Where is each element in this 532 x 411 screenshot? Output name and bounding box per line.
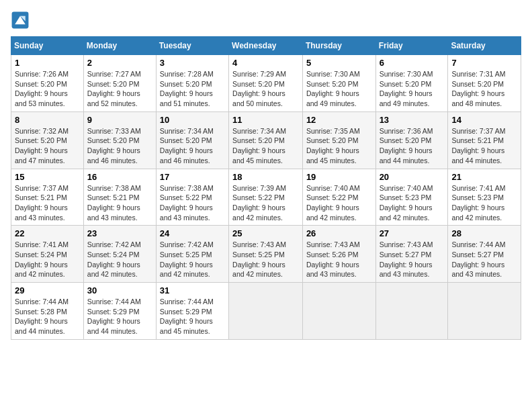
day-number: 1	[15, 58, 80, 68]
calendar-day-cell: 11Sunrise: 7:34 AMSunset: 5:20 PMDayligh…	[229, 111, 303, 169]
calendar-day-cell: 6Sunrise: 7:30 AMSunset: 5:20 PMDaylight…	[375, 55, 448, 112]
day-number: 4	[232, 58, 299, 68]
day-info: Sunrise: 7:26 AMSunset: 5:20 PMDaylight:…	[15, 69, 80, 109]
calendar-week-row: 29Sunrise: 7:44 AMSunset: 5:28 PMDayligh…	[11, 283, 521, 340]
day-number: 23	[87, 228, 152, 238]
day-info: Sunrise: 7:44 AMSunset: 5:28 PMDaylight:…	[15, 297, 80, 336]
logo	[11, 11, 32, 30]
day-number: 26	[306, 228, 372, 238]
day-number: 28	[451, 228, 517, 238]
calendar-day-cell: 15Sunrise: 7:37 AMSunset: 5:21 PMDayligh…	[11, 169, 84, 226]
day-number: 10	[160, 115, 225, 125]
day-info: Sunrise: 7:30 AMSunset: 5:20 PMDaylight:…	[380, 69, 445, 109]
day-number: 18	[232, 172, 299, 182]
calendar-day-cell: 13Sunrise: 7:36 AMSunset: 5:20 PMDayligh…	[375, 111, 448, 169]
day-number: 24	[160, 228, 225, 238]
calendar-day-cell: 28Sunrise: 7:44 AMSunset: 5:27 PMDayligh…	[448, 226, 521, 283]
calendar-day-cell: 23Sunrise: 7:42 AMSunset: 5:24 PMDayligh…	[83, 226, 156, 283]
day-info: Sunrise: 7:30 AMSunset: 5:20 PMDaylight:…	[306, 69, 372, 109]
day-info: Sunrise: 7:38 AMSunset: 5:21 PMDaylight:…	[87, 183, 152, 223]
calendar-day-cell: 1Sunrise: 7:26 AMSunset: 5:20 PMDaylight…	[11, 55, 84, 112]
calendar-day-cell: 7Sunrise: 7:31 AMSunset: 5:20 PMDaylight…	[448, 55, 521, 112]
calendar-day-cell: 4Sunrise: 7:29 AMSunset: 5:20 PMDaylight…	[229, 55, 303, 112]
weekday-header-cell: Tuesday	[156, 37, 228, 55]
weekday-header-cell: Wednesday	[229, 37, 303, 55]
day-info: Sunrise: 7:34 AMSunset: 5:20 PMDaylight:…	[232, 126, 299, 166]
calendar-day-cell: 26Sunrise: 7:43 AMSunset: 5:26 PMDayligh…	[302, 226, 375, 283]
calendar-day-cell: 3Sunrise: 7:28 AMSunset: 5:20 PMDaylight…	[156, 55, 228, 112]
day-info: Sunrise: 7:33 AMSunset: 5:20 PMDaylight:…	[87, 126, 152, 166]
calendar-day-cell: 14Sunrise: 7:37 AMSunset: 5:21 PMDayligh…	[448, 111, 521, 169]
day-info: Sunrise: 7:42 AMSunset: 5:24 PMDaylight:…	[87, 240, 152, 279]
day-number: 3	[160, 58, 225, 68]
calendar-day-cell: 21Sunrise: 7:41 AMSunset: 5:23 PMDayligh…	[448, 169, 521, 226]
day-number: 9	[87, 115, 152, 125]
weekday-header-cell: Monday	[83, 37, 156, 55]
day-info: Sunrise: 7:40 AMSunset: 5:22 PMDaylight:…	[306, 183, 372, 223]
day-info: Sunrise: 7:29 AMSunset: 5:20 PMDaylight:…	[232, 69, 299, 109]
calendar-day-cell: 18Sunrise: 7:39 AMSunset: 5:22 PMDayligh…	[229, 169, 303, 226]
calendar-day-cell: 19Sunrise: 7:40 AMSunset: 5:22 PMDayligh…	[302, 169, 375, 226]
day-info: Sunrise: 7:34 AMSunset: 5:20 PMDaylight:…	[160, 126, 225, 166]
day-number: 12	[306, 115, 372, 125]
day-info: Sunrise: 7:37 AMSunset: 5:21 PMDaylight:…	[451, 126, 517, 166]
calendar-week-row: 1Sunrise: 7:26 AMSunset: 5:20 PMDaylight…	[11, 55, 521, 112]
calendar-day-cell: 16Sunrise: 7:38 AMSunset: 5:21 PMDayligh…	[83, 169, 156, 226]
day-info: Sunrise: 7:44 AMSunset: 5:29 PMDaylight:…	[160, 297, 225, 336]
day-number: 17	[160, 172, 225, 182]
day-info: Sunrise: 7:32 AMSunset: 5:20 PMDaylight:…	[15, 126, 80, 166]
day-number: 20	[380, 172, 445, 182]
day-number: 29	[15, 285, 80, 295]
day-number: 5	[306, 58, 372, 68]
calendar-day-cell: 29Sunrise: 7:44 AMSunset: 5:28 PMDayligh…	[11, 283, 84, 340]
day-info: Sunrise: 7:36 AMSunset: 5:20 PMDaylight:…	[380, 126, 445, 166]
day-number: 21	[451, 172, 517, 182]
calendar-week-row: 22Sunrise: 7:41 AMSunset: 5:24 PMDayligh…	[11, 226, 521, 283]
day-info: Sunrise: 7:42 AMSunset: 5:25 PMDaylight:…	[160, 240, 225, 279]
day-number: 25	[232, 228, 299, 238]
day-info: Sunrise: 7:39 AMSunset: 5:22 PMDaylight:…	[232, 183, 299, 223]
day-number: 22	[15, 228, 80, 238]
calendar-day-cell: 9Sunrise: 7:33 AMSunset: 5:20 PMDaylight…	[83, 111, 156, 169]
calendar-day-cell: 20Sunrise: 7:40 AMSunset: 5:23 PMDayligh…	[375, 169, 448, 226]
calendar-day-cell	[302, 283, 375, 340]
day-number: 27	[380, 228, 445, 238]
day-number: 19	[306, 172, 372, 182]
day-info: Sunrise: 7:38 AMSunset: 5:22 PMDaylight:…	[160, 183, 225, 223]
calendar-day-cell: 8Sunrise: 7:32 AMSunset: 5:20 PMDaylight…	[11, 111, 84, 169]
day-info: Sunrise: 7:37 AMSunset: 5:21 PMDaylight:…	[15, 183, 80, 223]
calendar-day-cell: 2Sunrise: 7:27 AMSunset: 5:20 PMDaylight…	[83, 55, 156, 112]
calendar-week-row: 8Sunrise: 7:32 AMSunset: 5:20 PMDaylight…	[11, 111, 521, 169]
weekday-header-cell: Friday	[375, 37, 448, 55]
day-number: 8	[15, 115, 80, 125]
logo-icon	[11, 11, 30, 30]
calendar-day-cell: 31Sunrise: 7:44 AMSunset: 5:29 PMDayligh…	[156, 283, 228, 340]
calendar-day-cell: 17Sunrise: 7:38 AMSunset: 5:22 PMDayligh…	[156, 169, 228, 226]
day-info: Sunrise: 7:27 AMSunset: 5:20 PMDaylight:…	[87, 69, 152, 109]
day-info: Sunrise: 7:44 AMSunset: 5:29 PMDaylight:…	[87, 297, 152, 336]
day-info: Sunrise: 7:28 AMSunset: 5:20 PMDaylight:…	[160, 69, 225, 109]
calendar-body: 1Sunrise: 7:26 AMSunset: 5:20 PMDaylight…	[11, 55, 521, 340]
day-info: Sunrise: 7:40 AMSunset: 5:23 PMDaylight:…	[380, 183, 445, 223]
day-number: 31	[160, 285, 225, 295]
weekday-header-cell: Saturday	[448, 37, 521, 55]
calendar-day-cell: 12Sunrise: 7:35 AMSunset: 5:20 PMDayligh…	[302, 111, 375, 169]
calendar-day-cell	[375, 283, 448, 340]
calendar-day-cell: 22Sunrise: 7:41 AMSunset: 5:24 PMDayligh…	[11, 226, 84, 283]
day-number: 15	[15, 172, 80, 182]
calendar-day-cell: 5Sunrise: 7:30 AMSunset: 5:20 PMDaylight…	[302, 55, 375, 112]
day-info: Sunrise: 7:43 AMSunset: 5:26 PMDaylight:…	[306, 240, 372, 279]
day-number: 11	[232, 115, 299, 125]
calendar-day-cell	[448, 283, 521, 340]
day-info: Sunrise: 7:43 AMSunset: 5:25 PMDaylight:…	[232, 240, 299, 279]
day-number: 30	[87, 285, 152, 295]
day-number: 6	[380, 58, 445, 68]
day-info: Sunrise: 7:35 AMSunset: 5:20 PMDaylight:…	[306, 126, 372, 166]
calendar-day-cell: 24Sunrise: 7:42 AMSunset: 5:25 PMDayligh…	[156, 226, 228, 283]
day-info: Sunrise: 7:43 AMSunset: 5:27 PMDaylight:…	[380, 240, 445, 279]
day-info: Sunrise: 7:41 AMSunset: 5:24 PMDaylight:…	[15, 240, 80, 279]
calendar-week-row: 15Sunrise: 7:37 AMSunset: 5:21 PMDayligh…	[11, 169, 521, 226]
calendar-day-cell: 10Sunrise: 7:34 AMSunset: 5:20 PMDayligh…	[156, 111, 228, 169]
day-number: 13	[380, 115, 445, 125]
day-number: 14	[451, 115, 517, 125]
